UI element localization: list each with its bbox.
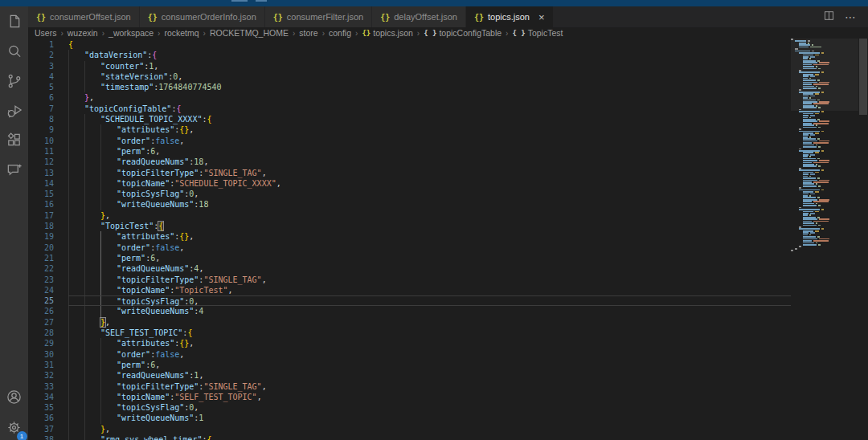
tab-consumerOffset.json[interactable]: {}consumerOffset.json: [28, 6, 140, 27]
activitybar-item-explorer[interactable]: [5, 13, 24, 32]
breadcrumb-label: _workspace: [108, 28, 154, 38]
code-line-19[interactable]: 19"attributes":{},: [28, 231, 791, 242]
breadcrumb-item-wuzexin[interactable]: wuzexin: [68, 28, 98, 38]
code-line-7[interactable]: 7"topicConfigTable":{: [28, 104, 791, 114]
activitybar-item-accounts[interactable]: [5, 389, 24, 408]
chevron-right-icon: ›: [417, 29, 420, 38]
breadcrumb-item-_workspace[interactable]: _workspace: [108, 28, 154, 38]
breadcrumb-item-TopicTest[interactable]: { }TopicTest: [512, 28, 563, 38]
breadcrumb-label: store: [299, 28, 317, 38]
code-text: "timestamp":1764840774540: [68, 82, 791, 92]
code-line-5[interactable]: 5"timestamp":1764840774540: [28, 82, 791, 92]
breadcrumb-item-topics.json[interactable]: {}topics.json: [362, 28, 412, 38]
line-number: 23: [28, 275, 68, 285]
code-line-1[interactable]: 1{: [28, 39, 791, 50]
vertical-scrollbar[interactable]: [858, 39, 868, 440]
tab-delayOffset.json[interactable]: {}delayOffset.json: [372, 6, 466, 27]
line-number: 28: [28, 328, 68, 338]
line-number: 5: [28, 82, 68, 92]
breadcrumb-label: Users: [35, 28, 56, 38]
activitybar-item-settings[interactable]: 1: [5, 419, 24, 438]
code-line-27[interactable]: 27},: [28, 317, 791, 328]
account-icon: [6, 389, 23, 409]
code-line-37[interactable]: 37},: [28, 424, 791, 434]
code-line-38[interactable]: 38"rmq_sys_wheel_timer":{: [28, 434, 791, 440]
code-line-33[interactable]: 33"topicFilterType":"SINGLE_TAG",: [28, 381, 791, 392]
code-line-34[interactable]: 34"topicName":"SELF_TEST_TOPIC",: [28, 392, 791, 402]
code-line-12[interactable]: 12"readQueueNums":18,: [28, 157, 791, 167]
code-text: "counter":1,: [68, 61, 791, 71]
code-text: "dataVersion":{: [68, 50, 791, 60]
code-line-32[interactable]: 32"readQueueNums":1,: [28, 370, 791, 381]
activitybar-item-run-debug[interactable]: [5, 102, 24, 121]
code-lines[interactable]: 1{2"dataVersion":{3"counter":1,4"stateVe…: [28, 39, 791, 440]
more-actions-icon[interactable]: ⋯: [845, 10, 857, 23]
line-number: 32: [28, 370, 68, 381]
tab-consumerOrderInfo.json[interactable]: {}consumerOrderInfo.json: [140, 6, 265, 27]
extensions-icon: [6, 132, 23, 152]
line-number: 15: [28, 189, 68, 199]
breadcrumb-label: topicConfigTable: [439, 28, 502, 38]
activitybar-item-search[interactable]: [5, 43, 24, 62]
breadcrumb-item-rocketmq[interactable]: rocketmq: [164, 28, 199, 38]
code-line-23[interactable]: 23"topicFilterType":"SINGLE_TAG",: [28, 275, 791, 285]
line-number: 26: [28, 306, 68, 316]
breadcrumb-item-topicConfigTable[interactable]: { }topicConfigTable: [424, 28, 502, 38]
code-line-21[interactable]: 21"perm":6,: [28, 253, 791, 263]
code-line-6[interactable]: 6},: [28, 92, 791, 103]
code-text: "readQueueNums":18,: [68, 157, 791, 167]
line-number: 2: [28, 50, 68, 60]
code-editor[interactable]: 1{2"dataVersion":{3"counter":1,4"stateVe…: [28, 39, 868, 440]
split-editor-icon[interactable]: [823, 10, 835, 25]
line-number: 4: [28, 71, 68, 82]
code-text: },: [68, 317, 791, 328]
code-line-2[interactable]: 2"dataVersion":{: [28, 50, 791, 60]
line-number: 7: [28, 104, 68, 114]
code-line-13[interactable]: 13"topicFilterType":"SINGLE_TAG",: [28, 168, 791, 178]
code-line-9[interactable]: 9"attributes":{},: [28, 124, 791, 135]
breadcrumb-label: config: [329, 28, 351, 38]
code-line-16[interactable]: 16"writeQueueNums":18: [28, 199, 791, 210]
minimap[interactable]: [791, 39, 858, 440]
tab-label: consumerFilter.json: [287, 12, 363, 22]
scrollbar-thumb[interactable]: [859, 39, 867, 115]
code-line-35[interactable]: 35"topicSysFlag":0,: [28, 402, 791, 413]
activitybar-item-chat[interactable]: [5, 161, 24, 181]
code-line-4[interactable]: 4"stateVersion":0,: [28, 71, 791, 82]
code-text: "attributes":{},: [68, 231, 791, 242]
close-icon[interactable]: ×: [538, 12, 545, 22]
code-line-15[interactable]: 15"topicSysFlag":0,: [28, 189, 791, 199]
code-text: "SELF_TEST_TOPIC":{: [68, 328, 791, 338]
json-file-icon: {}: [474, 13, 484, 22]
breadcrumb-item-config[interactable]: config: [329, 28, 351, 38]
code-line-36[interactable]: 36"writeQueueNums":1: [28, 413, 791, 423]
activitybar-item-source-control[interactable]: [5, 72, 24, 92]
code-line-18[interactable]: 18"TopicTest":{: [28, 221, 791, 231]
breadcrumb-item-ROCKETMQ_HOME[interactable]: ROCKETMQ_HOME: [210, 28, 289, 38]
code-line-3[interactable]: 3"counter":1,: [28, 61, 791, 71]
activitybar-item-extensions[interactable]: [5, 132, 24, 151]
tab-topics.json[interactable]: {}topics.json×: [466, 6, 554, 27]
code-text: "stateVersion":0,: [68, 71, 791, 82]
code-line-31[interactable]: 31"perm":6,: [28, 360, 791, 370]
code-line-26[interactable]: 26"writeQueueNums":4: [28, 306, 791, 316]
code-line-11[interactable]: 11"perm":6,: [28, 146, 791, 157]
code-line-8[interactable]: 8"SCHEDULE_TOPIC_XXXX":{: [28, 114, 791, 124]
chevron-right-icon: ›: [322, 29, 325, 38]
code-line-30[interactable]: 30"order":false,: [28, 349, 791, 360]
breadcrumb-item-Users[interactable]: Users: [35, 28, 56, 38]
tab-consumerFilter.json[interactable]: {}consumerFilter.json: [265, 6, 372, 27]
code-text: "topicSysFlag":0,: [68, 189, 791, 199]
code-line-24[interactable]: 24"topicName":"TopicTest",: [28, 285, 791, 295]
code-line-29[interactable]: 29"attributes":{},: [28, 338, 791, 348]
code-line-14[interactable]: 14"topicName":"SCHEDULE_TOPIC_XXXX",: [28, 178, 791, 189]
code-line-22[interactable]: 22"readQueueNums":4,: [28, 263, 791, 274]
code-line-17[interactable]: 17},: [28, 210, 791, 221]
code-line-25[interactable]: 25"topicSysFlag":0,: [28, 295, 791, 306]
code-line-28[interactable]: 28"SELF_TEST_TOPIC":{: [28, 328, 791, 338]
breadcrumb-item-store[interactable]: store: [299, 28, 317, 38]
code-line-20[interactable]: 20"order":false,: [28, 242, 791, 253]
line-number: 27: [28, 317, 68, 328]
code-line-10[interactable]: 10"order":false,: [28, 136, 791, 146]
minimap-slider[interactable]: [791, 39, 858, 111]
